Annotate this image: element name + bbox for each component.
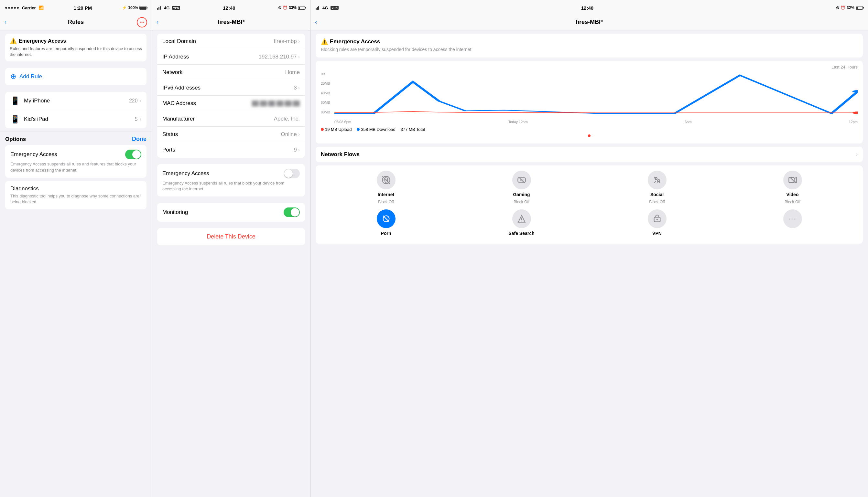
dot-1 — [588, 134, 591, 137]
diagnostics-row[interactable]: Diagnostics This diagnostic tool helps y… — [5, 181, 147, 209]
svg-point-0 — [853, 90, 858, 93]
block-item-internet[interactable]: Internet Block Off — [321, 171, 451, 204]
y-label-40: 40MB — [321, 91, 333, 95]
ipv6-label: IPv6 Addresses — [162, 85, 201, 91]
panel-rules: Carrier 📶 1:20 PM ⚡ 100% ‹ Rules ··· ⚠️ … — [0, 0, 152, 497]
emergency-toggle-2[interactable] — [284, 169, 300, 179]
add-rule-button[interactable]: ⊕ Add Rule — [5, 68, 147, 85]
chevron-icon-iphone: › — [140, 98, 141, 104]
upload-dot — [321, 128, 324, 131]
download-dot — [357, 128, 360, 131]
x-label-4: 12pm — [849, 120, 858, 124]
y-label-60: 60MB — [321, 100, 333, 104]
emergency-access-toggle[interactable] — [125, 150, 141, 159]
info-row-status: Status Online › — [157, 127, 305, 142]
more-button[interactable]: ··· — [137, 17, 147, 27]
ip-label: IP Address — [162, 54, 189, 60]
info-row-manufacturer: Manufacturer Apple, Inc. — [157, 111, 305, 127]
block-item-more[interactable]: ··· — [727, 209, 858, 239]
chevron-status: › — [298, 131, 300, 137]
chart-dots — [321, 132, 858, 140]
info-row-ip: IP Address 192.168.210.97 › — [157, 49, 305, 65]
emergency-text-3: Blocking rules are temporarily suspended… — [321, 46, 858, 53]
back-button-3[interactable]: ‹ — [315, 19, 317, 26]
monitoring-toggle[interactable] — [284, 208, 300, 217]
block-item-porn[interactable]: Porn — [321, 209, 451, 239]
info-list: Local Domain fires-mbp › IP Address 192.… — [157, 33, 305, 158]
device-row-ipad[interactable]: 📱 Kid's iPad 5 › — [5, 110, 147, 128]
diagnostics-desc: This diagnostic tool helps you to diagno… — [10, 193, 140, 205]
battery-label: 100% — [128, 5, 138, 10]
diagnostics-chevron: › — [140, 192, 141, 198]
ports-value: 9 › — [294, 147, 300, 153]
social-block-status: Block Off — [649, 200, 665, 204]
done-button[interactable]: Done — [132, 136, 147, 142]
internet-block-icon — [382, 175, 391, 185]
info-row-ports: Ports 9 › — [157, 142, 305, 158]
porn-block-label: Porn — [381, 231, 391, 236]
network-flows-row[interactable]: Network Flows › — [316, 147, 863, 162]
download-legend: 358 MB Download — [357, 127, 395, 132]
chevron-back-icon-2: ‹ — [156, 19, 159, 26]
emergency-access-desc: Emergency Access suspends all rules and … — [10, 161, 141, 173]
status-bar-2: 4G VPN 12:40 ⊙ ⏰ 33% — [152, 0, 310, 14]
block-item-gaming[interactable]: Gaming Block Off — [456, 171, 587, 204]
device-name-iphone: My iPhone — [24, 98, 129, 104]
back-button-2[interactable]: ‹ — [156, 19, 159, 26]
nav-bar-3: ‹ fires-MBP — [311, 14, 868, 30]
emergency-desc-2: Emergency Access suspends all rules that… — [162, 180, 300, 192]
device-name-ipad: Kid's iPad — [24, 116, 135, 123]
time-2: 12:40 — [223, 5, 235, 11]
delete-device-button[interactable]: Delete This Device — [157, 228, 305, 245]
vpn-badge-2: VPN — [172, 6, 180, 10]
vpn-block-label: VPN — [652, 231, 662, 236]
panel-device-chart: 4G VPN 12:40 ⊙ ⏰ 32% ‹ fires-MBP ⚠️ Emer… — [311, 0, 868, 497]
info-row-localdomain: Local Domain fires-mbp › — [157, 33, 305, 49]
p3-scrollable[interactable]: ⚠️ Emergency Access Blocking rules are t… — [311, 30, 868, 497]
network-label: Network — [162, 69, 182, 76]
status-left-1: Carrier 📶 — [5, 5, 44, 10]
chart-area: 80MB 60MB 40MB 20MB 0B — [321, 72, 858, 124]
x-label-1: 06/08 6pm — [334, 120, 351, 124]
x-label-3: 6am — [685, 120, 691, 124]
network-flows-label: Network Flows — [321, 151, 360, 158]
emergency-access-option: Emergency Access Emergency Access suspen… — [5, 145, 147, 178]
block-item-vpn[interactable]: VPN — [592, 209, 722, 239]
emergency-banner-1: ⚠️ Emergency Access Rules and features a… — [5, 33, 147, 61]
manufacturer-value: Apple, Inc. — [274, 116, 300, 122]
warning-icon: ⚠️ — [10, 38, 17, 45]
status-left-3: 4G VPN — [316, 5, 339, 10]
social-block-label: Social — [650, 192, 664, 197]
local-domain-value: fires-mbp › — [274, 38, 300, 45]
block-item-social[interactable]: Social Block Off — [592, 171, 722, 204]
chevron-back-icon-3: ‹ — [315, 19, 317, 26]
status-label: Status — [162, 131, 178, 138]
ports-label: Ports — [162, 147, 175, 153]
emergency-access-row: Emergency Access — [10, 150, 141, 159]
manufacturer-label: Manufacturer — [162, 116, 195, 122]
download-label: 358 MB Download — [361, 127, 395, 132]
block-item-safesearch[interactable]: Safe Search — [456, 209, 587, 239]
emergency-label-2: Emergency Access — [162, 170, 209, 177]
vpn-icon-circle — [648, 209, 666, 228]
y-label-80: 80MB — [321, 110, 333, 114]
emergency-toggle-card: Emergency Access Emergency Access suspen… — [157, 164, 305, 197]
ip-value: 192.168.210.97 › — [259, 54, 300, 60]
more-dots-icon[interactable]: ··· — [137, 17, 147, 27]
battery-pct-2: 33% — [289, 5, 297, 10]
mac-value: ██ ██:██ ██:██:██ — [252, 100, 300, 106]
svg-rect-9 — [789, 177, 794, 182]
status-right-3: ⊙ ⏰ 32% — [836, 5, 863, 10]
local-domain-label: Local Domain — [162, 38, 196, 45]
battery-icon-3 — [856, 6, 863, 10]
back-button-1[interactable]: ‹ — [4, 19, 6, 26]
gaming-icon-circle — [512, 171, 531, 189]
options-title: Options — [5, 136, 26, 142]
panel-device-detail: 4G VPN 12:40 ⊙ ⏰ 33% ‹ fires-MBP Local D… — [152, 0, 311, 497]
block-item-video[interactable]: Video Block Off — [727, 171, 858, 204]
video-block-status: Block Off — [785, 200, 800, 204]
chart-svg — [334, 72, 858, 114]
emergency-access-label: Emergency Access — [10, 151, 57, 158]
porn-icon-circle — [377, 209, 396, 228]
device-row-iphone[interactable]: 📱 My iPhone 220 › — [5, 92, 147, 110]
